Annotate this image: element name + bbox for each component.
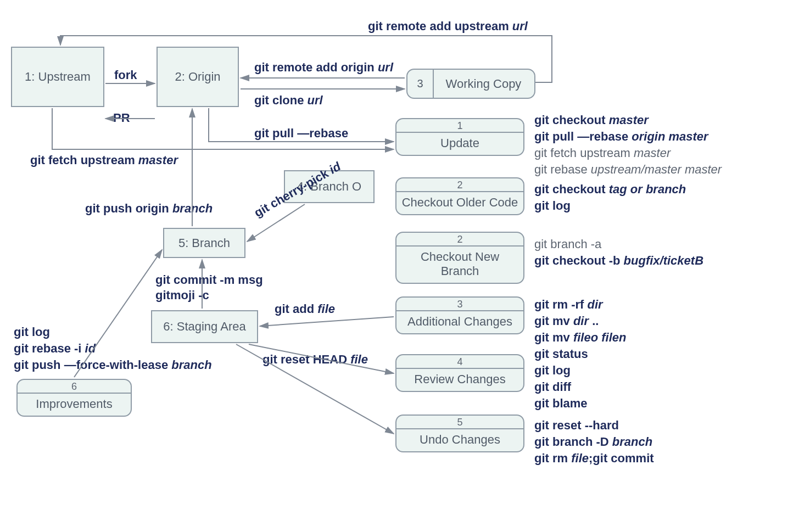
pill-checkout-older: 2 Checkout Older Code bbox=[395, 177, 524, 215]
pill-label: Review Changes bbox=[396, 369, 523, 391]
cmds-improvements: git log git rebase -i id git push —force… bbox=[14, 324, 212, 373]
pill-number: 2 bbox=[396, 178, 523, 192]
pill-number: 5 bbox=[396, 416, 523, 429]
pill-label: Additional Changes bbox=[396, 311, 523, 333]
cmds-checkout-old: git checkout tag or branch git log bbox=[534, 181, 686, 214]
pill-label: Checkout New Branch bbox=[396, 247, 523, 283]
label-git-reset-head: git reset HEAD file bbox=[262, 351, 368, 368]
label-commit-msg: git commit -m msg bbox=[155, 272, 263, 288]
cmds-undo: git reset --hard git branch -D branch gi… bbox=[534, 417, 654, 467]
node-branch: 5: Branch bbox=[163, 228, 245, 258]
label-pull-rebase: git pull —rebase bbox=[254, 125, 348, 142]
label-pr: PR bbox=[113, 110, 130, 126]
pill-improvements: 6 Improvements bbox=[16, 379, 132, 417]
pill-number: 4 bbox=[396, 355, 523, 369]
node-origin: 2: Origin bbox=[157, 47, 239, 107]
pill-number: 1 bbox=[396, 119, 523, 133]
working-copy-label: Working Copy bbox=[433, 70, 534, 98]
pill-review-changes: 4 Review Changes bbox=[395, 354, 524, 392]
node-working-copy: 3 Working Copy bbox=[406, 69, 535, 99]
pill-number: 2 bbox=[396, 233, 523, 247]
label-remote-add-upstream: git remote add upstream url bbox=[368, 18, 528, 35]
label-git-clone: git clone url bbox=[254, 92, 323, 109]
cmds-additional-changes: git rm -rf dir git mv dir .. git mv file… bbox=[534, 296, 626, 346]
label-remote-add-origin: git remote add origin url bbox=[254, 59, 393, 76]
pill-label: Undo Changes bbox=[396, 429, 523, 451]
cmds-review: git status git log git diff git blame bbox=[534, 346, 588, 412]
pill-label: Checkout Older Code bbox=[396, 192, 523, 214]
cmds-update: git checkout master git pull —rebase ori… bbox=[534, 112, 722, 178]
pill-undo-changes: 5 Undo Changes bbox=[395, 415, 524, 452]
label-gitmoji: gitmoji -c bbox=[155, 287, 209, 304]
pill-label: Update bbox=[396, 133, 523, 155]
pill-number: 6 bbox=[18, 380, 131, 394]
label-fetch-upstream: git fetch upstream master bbox=[30, 152, 178, 169]
pill-number: 3 bbox=[396, 298, 523, 311]
node-upstream: 1: Upstream bbox=[11, 47, 104, 107]
cmds-checkout-new: git branch -a git checkout -b bugfix/tic… bbox=[534, 236, 703, 269]
pill-update: 1 Update bbox=[395, 118, 524, 156]
pill-label: Improvements bbox=[18, 394, 131, 416]
pill-additional-changes: 3 Additional Changes bbox=[395, 296, 524, 334]
pill-checkout-new: 2 Checkout New Branch bbox=[395, 232, 524, 284]
label-fork: fork bbox=[114, 67, 137, 83]
working-copy-number: 3 bbox=[407, 70, 434, 98]
label-push-origin: git push origin branch bbox=[85, 200, 213, 217]
git-workflow-diagram: 1: Upstream 2: Origin 4: Branch O 5: Bra… bbox=[0, 0, 799, 532]
label-git-add: git add file bbox=[275, 301, 335, 317]
